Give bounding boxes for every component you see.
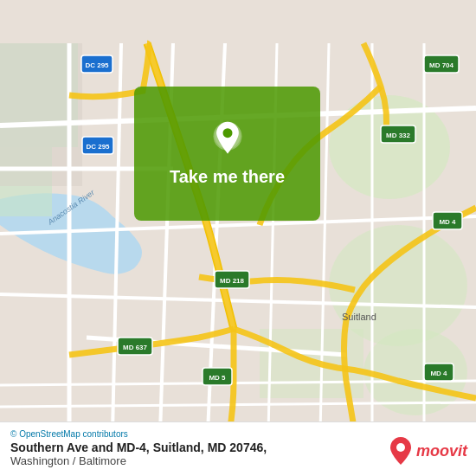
- svg-text:MD 332: MD 332: [386, 132, 411, 139]
- moovit-logo: moovit: [389, 436, 467, 466]
- map-roads: DC 295 DC 295 MD 704 MD 332 MD 4 MD 218 …: [0, 0, 476, 476]
- map-container: DC 295 DC 295 MD 704 MD 332 MD 4 MD 218 …: [0, 0, 476, 476]
- moovit-pin-icon: [389, 436, 413, 466]
- take-me-there-label: Take me there: [170, 167, 285, 187]
- svg-text:DC 295: DC 295: [85, 61, 109, 69]
- svg-text:MD 218: MD 218: [220, 277, 245, 285]
- svg-text:MD 704: MD 704: [429, 61, 454, 69]
- svg-text:MD 4: MD 4: [430, 370, 447, 377]
- location-pin-icon: [209, 120, 247, 158]
- svg-text:MD 637: MD 637: [123, 344, 148, 351]
- svg-text:Suitland: Suitland: [342, 312, 376, 322]
- svg-text:MD 4: MD 4: [439, 218, 456, 226]
- moovit-logo-text: moovit: [416, 442, 467, 460]
- svg-text:MD 5: MD 5: [209, 374, 226, 382]
- svg-text:DC 295: DC 295: [86, 143, 110, 151]
- svg-point-4: [329, 225, 467, 346]
- svg-point-46: [396, 443, 405, 452]
- take-me-there-button[interactable]: Take me there: [134, 87, 320, 221]
- svg-point-45: [222, 128, 232, 138]
- info-bar: © OpenStreetMap contributors Southern Av…: [0, 421, 476, 476]
- osm-attribution[interactable]: © OpenStreetMap contributors: [10, 429, 128, 439]
